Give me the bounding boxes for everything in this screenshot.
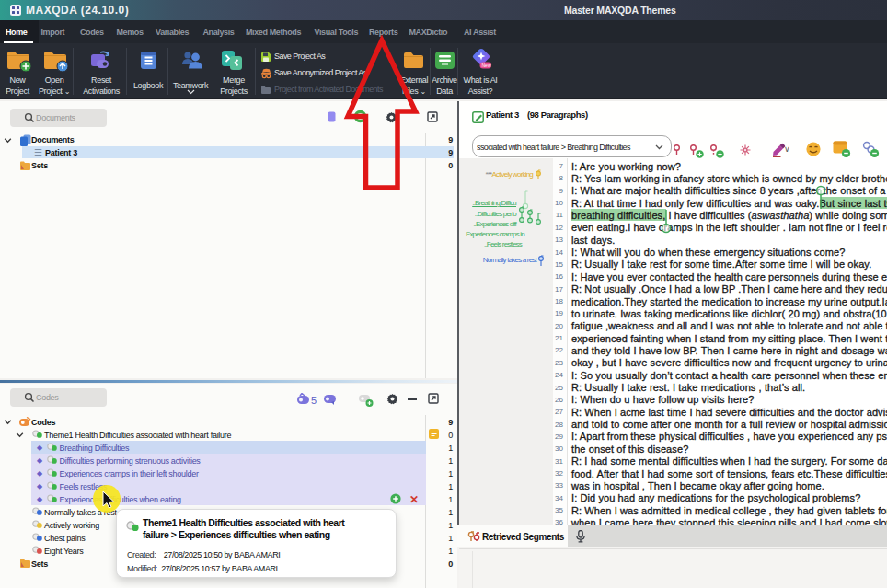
svg-text:New: New (482, 63, 491, 68)
svg-text:5: 5 (311, 395, 317, 406)
